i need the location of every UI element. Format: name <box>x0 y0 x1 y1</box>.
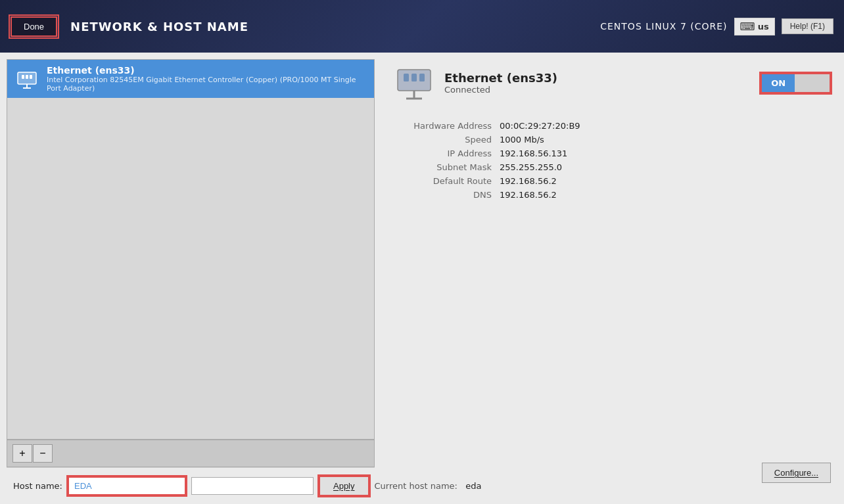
subnet-mask-label: Subnet Mask <box>394 162 500 172</box>
header-right: CENTOS LINUX 7 (CORE) ⌨ us Help! (F1) <box>600 18 833 35</box>
device-info: Ethernet (ens33) Connected <box>444 71 557 95</box>
list-controls: + − <box>7 440 375 467</box>
header: Done NETWORK & HOST NAME CENTOS LINUX 7 … <box>0 0 844 53</box>
detail-row-route: Default Route 192.168.56.2 <box>394 176 831 186</box>
detail-row-dns: DNS 192.168.56.2 <box>394 190 831 200</box>
right-panel: Ethernet (ens33) Connected ON Hardware A… <box>381 53 844 504</box>
hardware-address-value: 00:0C:29:27:20:B9 <box>500 121 580 131</box>
help-button[interactable]: Help! (F1) <box>782 18 833 34</box>
hardware-address-label: Hardware Address <box>394 121 500 131</box>
apply-button[interactable]: Apply <box>319 476 369 496</box>
left-panel: Ethernet (ens33) Intel Corporation 82545… <box>0 53 381 504</box>
speed-value: 1000 Mb/s <box>500 135 544 145</box>
svg-rect-2 <box>26 75 28 79</box>
device-icon <box>394 63 434 103</box>
keyboard-icon: ⌨ <box>740 20 755 33</box>
device-header: Ethernet (ens33) Connected ON <box>394 63 831 103</box>
network-item-name: Ethernet (ens33) <box>47 65 366 76</box>
configure-button[interactable]: Configure... <box>762 463 831 483</box>
keyboard-lang: us <box>758 22 769 32</box>
hostname-extra-input[interactable] <box>191 477 314 495</box>
main-content: Ethernet (ens33) Intel Corporation 82545… <box>0 53 844 504</box>
toggle-off-area <box>795 74 830 92</box>
detail-row-speed: Speed 1000 Mb/s <box>394 135 831 145</box>
dns-label: DNS <box>394 190 500 200</box>
page-title: NETWORK & HOST NAME <box>70 20 248 34</box>
os-title: CENTOS LINUX 7 (CORE) <box>600 21 727 32</box>
network-item-desc: Intel Corporation 82545EM Gigabit Ethern… <box>47 76 366 93</box>
ip-address-value: 192.168.56.131 <box>500 149 567 158</box>
done-button[interactable]: Done <box>11 16 57 37</box>
svg-rect-9 <box>419 74 425 81</box>
network-list: Ethernet (ens33) Intel Corporation 82545… <box>7 59 375 440</box>
hostname-input[interactable] <box>68 476 186 495</box>
detail-row-subnet: Subnet Mask 255.255.255.0 <box>394 162 831 172</box>
device-name: Ethernet (ens33) <box>444 71 557 85</box>
default-route-value: 192.168.56.2 <box>500 176 557 186</box>
default-route-label: Default Route <box>394 176 500 186</box>
svg-rect-8 <box>411 74 417 81</box>
toggle-switch[interactable]: ON <box>761 73 831 93</box>
network-item-info: Ethernet (ens33) Intel Corporation 82545… <box>47 65 366 93</box>
detail-row-ip: IP Address 192.168.56.131 <box>394 149 831 158</box>
svg-rect-7 <box>404 74 409 81</box>
hostname-label: Host name: <box>13 481 62 491</box>
dns-value: 192.168.56.2 <box>500 190 557 200</box>
device-status: Connected <box>444 85 490 95</box>
svg-rect-1 <box>22 75 24 79</box>
add-network-button[interactable]: + <box>12 444 32 463</box>
svg-rect-3 <box>30 75 32 79</box>
detail-row-hardware: Hardware Address 00:0C:29:27:20:B9 <box>394 121 831 131</box>
ip-address-label: IP Address <box>394 149 500 158</box>
speed-label: Speed <box>394 135 500 145</box>
details-table: Hardware Address 00:0C:29:27:20:B9 Speed… <box>394 121 831 204</box>
toggle-on-label: ON <box>762 74 795 92</box>
header-left: Done NETWORK & HOST NAME <box>11 16 248 37</box>
remove-network-button[interactable]: − <box>33 444 53 463</box>
list-item[interactable]: Ethernet (ens33) Intel Corporation 82545… <box>7 60 374 98</box>
hostname-bar: Host name: Apply Current host name: eda <box>7 467 375 504</box>
subnet-mask-value: 255.255.255.0 <box>500 162 562 172</box>
ethernet-icon <box>15 67 39 91</box>
keyboard-widget[interactable]: ⌨ us <box>734 18 775 35</box>
